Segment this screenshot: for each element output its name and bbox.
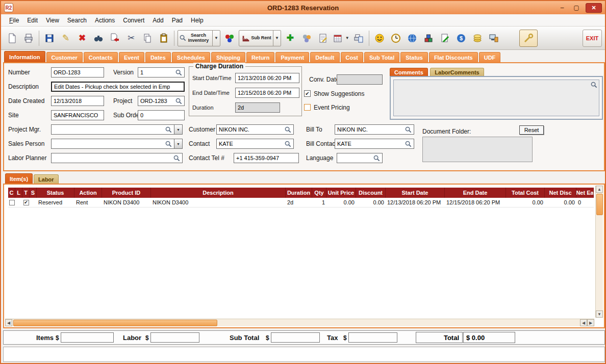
menu-convert[interactable]: Convert	[119, 15, 148, 25]
col-t[interactable]: T	[22, 188, 30, 198]
tab-default[interactable]: Default	[310, 52, 339, 62]
search-icon[interactable]	[165, 141, 172, 147]
chevron-down-icon[interactable]: ▼	[344, 36, 350, 40]
show-suggestions-checkbox[interactable]	[304, 90, 311, 97]
duration-input[interactable]: 2d	[235, 102, 280, 113]
tab-payment[interactable]: Payment	[275, 52, 309, 62]
tab-comments[interactable]: Comments	[390, 68, 428, 76]
tab-sub-total[interactable]: Sub Total	[364, 52, 399, 62]
comments-textarea[interactable]	[393, 80, 599, 116]
horizontal-scroll-thumb[interactable]	[13, 320, 217, 326]
project-mgr-input[interactable]	[51, 124, 174, 135]
col-start-date[interactable]: Start Date	[386, 188, 445, 198]
col-unit-price[interactable]: Unit Price	[326, 188, 356, 198]
col-net-disc[interactable]: Net Disc	[545, 188, 576, 198]
vertical-scrollbar[interactable]: ▲ ▼	[595, 186, 603, 318]
customer-input[interactable]: NIKON INC.	[216, 124, 294, 135]
tax-input[interactable]	[348, 332, 397, 343]
groups-button[interactable]	[298, 29, 315, 47]
scroll-left-icon[interactable]: ◀	[5, 319, 12, 326]
bill-contact-input[interactable]: KATE	[335, 139, 414, 149]
search-icon[interactable]	[285, 141, 291, 147]
inventory-cubes-button[interactable]	[420, 29, 437, 47]
cut-button[interactable]: ✂	[123, 29, 139, 47]
paste-button[interactable]	[156, 29, 172, 47]
save-button[interactable]	[41, 29, 58, 47]
search-icon[interactable]	[165, 126, 172, 133]
edit-button[interactable]: ✎	[58, 29, 74, 47]
bill-to-input[interactable]: NIKON INC.	[335, 124, 414, 135]
menu-file[interactable]: File	[5, 15, 23, 25]
print-button[interactable]	[20, 29, 37, 47]
labor-total-input[interactable]	[150, 332, 199, 343]
sales-person-input[interactable]	[51, 139, 174, 149]
language-input[interactable]	[337, 153, 383, 163]
search-icon[interactable]	[285, 126, 291, 133]
chevron-down-icon[interactable]: ▼	[212, 31, 218, 46]
col-net-ea[interactable]: Net Ea	[576, 188, 594, 198]
search-icon[interactable]	[175, 98, 182, 105]
number-input[interactable]: ORD-1283	[51, 67, 104, 77]
exit-button[interactable]: EXIT	[583, 30, 602, 47]
color-filter-button[interactable]	[221, 29, 238, 47]
col-end-date[interactable]: End Date	[445, 188, 506, 198]
scroll-left-icon[interactable]: ◀	[580, 319, 587, 326]
horizontal-scrollbar[interactable]: ◀ ◀ ▶	[5, 319, 594, 326]
search-icon[interactable]	[173, 155, 180, 162]
dollar-button[interactable]: $	[453, 29, 469, 47]
tab-labor[interactable]: Labor	[34, 174, 59, 184]
tab-items[interactable]: Item(s)	[5, 173, 33, 184]
tab-information[interactable]: Information	[4, 51, 45, 62]
row-checkbox-t[interactable]	[23, 200, 29, 205]
add-button[interactable]: ✚	[282, 29, 298, 47]
contact-input[interactable]: KATE	[216, 139, 294, 149]
event-pricing-checkbox[interactable]	[304, 104, 311, 111]
col-l[interactable]: L	[15, 188, 22, 198]
menu-search[interactable]: Search	[63, 15, 91, 25]
tab-udf[interactable]: UDF	[479, 52, 501, 62]
end-datetime-input[interactable]: 12/15/2018 06:20 PM	[235, 88, 299, 98]
tab-schedules[interactable]: Schedules	[172, 52, 210, 62]
maximize-button[interactable]: ▢	[571, 4, 582, 11]
col-product-id[interactable]: Product ID	[102, 188, 151, 198]
col-total-cost[interactable]: Total Cost	[506, 188, 545, 198]
sub-total-input[interactable]	[271, 332, 320, 343]
find-button[interactable]	[90, 29, 107, 47]
col-status[interactable]: Status	[37, 188, 74, 198]
date-created-input[interactable]: 12/13/2018	[51, 96, 104, 106]
tab-status[interactable]: Status	[400, 52, 428, 62]
col-qty[interactable]: Qty	[312, 188, 326, 198]
search-icon[interactable]	[405, 141, 412, 147]
menu-view[interactable]: View	[42, 15, 63, 25]
sub-orders-input[interactable]: 0	[138, 110, 185, 120]
col-s[interactable]: S	[30, 188, 37, 198]
copy-button[interactable]	[139, 29, 156, 47]
contact-tel-input[interactable]: +1 415-359-0947	[234, 153, 299, 163]
description-input[interactable]: Edit Dates - Pickup check box selected i…	[51, 82, 185, 92]
tab-event[interactable]: Event	[119, 52, 144, 62]
tab-flat-discounts[interactable]: Flat Discounts	[429, 52, 478, 62]
col-duration[interactable]: Duration	[286, 188, 312, 198]
web-button[interactable]	[404, 29, 420, 47]
notes-button[interactable]	[315, 29, 331, 47]
reset-button[interactable]: Reset	[519, 125, 544, 135]
scroll-up-icon[interactable]: ▲	[596, 186, 603, 193]
minimize-button[interactable]: –	[557, 4, 567, 11]
site-input[interactable]: SANFRANCISCO	[51, 110, 104, 120]
menu-pad[interactable]: Pad	[168, 15, 187, 25]
sales-person-dropdown[interactable]: ▼	[174, 139, 183, 149]
workstation-button[interactable]	[486, 29, 502, 47]
tab-labor-comments[interactable]: LaborComments	[430, 68, 484, 76]
chevron-down-icon[interactable]: ▼	[273, 31, 279, 46]
tab-dates[interactable]: Dates	[145, 52, 171, 62]
menu-help[interactable]: Help	[187, 15, 208, 25]
tab-customer[interactable]: Customer	[46, 52, 83, 62]
wand-button[interactable]	[519, 30, 538, 47]
menu-edit[interactable]: Edit	[23, 15, 42, 25]
tab-shipping[interactable]: Shipping	[211, 52, 245, 62]
labor-planner-input[interactable]	[51, 153, 183, 163]
search-icon[interactable]	[405, 126, 412, 133]
conv-date-input[interactable]	[337, 74, 383, 85]
items-total-input[interactable]	[61, 332, 114, 343]
convert-button[interactable]	[107, 29, 123, 47]
